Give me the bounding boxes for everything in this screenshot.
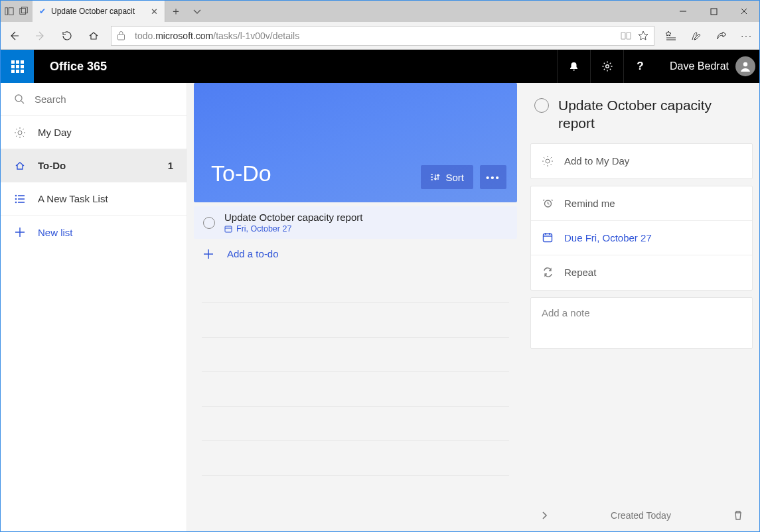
sort-label: Sort xyxy=(445,172,464,183)
list-icon xyxy=(14,193,26,205)
sidebar-item-my-day[interactable]: My Day xyxy=(1,116,187,149)
list-options-button[interactable]: ••• xyxy=(480,165,506,189)
svg-rect-0 xyxy=(5,8,8,15)
sun-icon xyxy=(14,127,26,139)
list-title: To-Do xyxy=(211,161,271,186)
notes-icon[interactable] xyxy=(684,22,709,50)
remind-me-label: Remind me xyxy=(564,198,615,209)
sort-button[interactable]: Sort xyxy=(421,165,473,189)
lock-icon xyxy=(117,31,125,40)
details-panel: Update October capacity report Add to My… xyxy=(524,83,759,531)
user-menu[interactable]: Dave Bedrat xyxy=(656,56,759,76)
repeat-button[interactable]: Repeat xyxy=(531,255,752,290)
note-field[interactable]: Add a note xyxy=(531,298,752,348)
sidebar-item-to-do[interactable]: To-Do 1 xyxy=(1,149,187,182)
avatar xyxy=(735,56,755,76)
empty-row xyxy=(202,338,509,372)
svg-line-12 xyxy=(21,101,24,103)
svg-line-45 xyxy=(544,164,545,165)
help-button[interactable]: ? xyxy=(623,50,656,83)
tabs-preview-icon[interactable] xyxy=(19,7,29,16)
empty-row xyxy=(202,372,509,407)
favorite-icon[interactable] xyxy=(638,31,648,41)
notifications-button[interactable] xyxy=(557,50,590,83)
task-row[interactable]: Update October capacity report Fri, Octo… xyxy=(194,206,517,239)
calendar-icon xyxy=(542,232,554,243)
svg-rect-8 xyxy=(118,34,125,40)
note-placeholder: Add a note xyxy=(542,307,590,318)
sidebar: My Day To-Do 1 A New Task List New list xyxy=(1,83,187,531)
tab-title: Update October capacit xyxy=(51,7,145,16)
sidebar-item-count: 1 xyxy=(168,160,173,171)
svg-point-10 xyxy=(743,62,747,66)
sidebar-item-label: A New Task List xyxy=(38,193,108,204)
new-tab-icon[interactable]: ＋ xyxy=(165,1,187,22)
search-box[interactable] xyxy=(1,83,187,116)
empty-row xyxy=(202,407,509,441)
svg-rect-1 xyxy=(9,8,13,15)
forward-button xyxy=(27,22,54,50)
back-button[interactable] xyxy=(1,22,27,50)
settings-button[interactable] xyxy=(590,50,623,83)
sidebar-item-label: My Day xyxy=(38,127,72,138)
browser-tab[interactable]: ✔ Update October capacit ✕ xyxy=(33,1,165,22)
add-task-button[interactable]: Add a to-do xyxy=(194,239,517,269)
new-list-button[interactable]: New list xyxy=(1,216,187,249)
alarm-icon xyxy=(542,198,554,209)
address-bar[interactable]: todo.microsoft.com/tasks/l-1v00v/details xyxy=(111,26,654,46)
remind-me-button[interactable]: Remind me xyxy=(531,186,752,221)
app-launcher-button[interactable] xyxy=(1,50,34,83)
window-maximize-button[interactable] xyxy=(698,1,729,22)
plus-icon xyxy=(203,249,214,259)
add-to-my-day-button[interactable]: Add to My Day xyxy=(531,144,752,178)
add-task-label: Add a to-do xyxy=(227,248,279,259)
svg-point-13 xyxy=(18,131,22,135)
due-date-button[interactable]: Due Fri, October 27 xyxy=(531,221,752,255)
favorites-list-icon[interactable] xyxy=(658,22,684,50)
url-prefix: todo. xyxy=(135,31,155,41)
window-minimize-button[interactable] xyxy=(668,1,698,22)
new-list-label: New list xyxy=(38,227,73,238)
svg-rect-33 xyxy=(225,226,232,232)
browser-toolbar: todo.microsoft.com/tasks/l-1v00v/details… xyxy=(1,22,759,50)
tabs-expand-icon[interactable] xyxy=(187,1,208,22)
created-label: Created Today xyxy=(549,510,733,521)
empty-row xyxy=(202,269,509,303)
svg-point-23 xyxy=(16,198,17,199)
o365-header: Office 365 ? Dave Bedrat xyxy=(1,50,759,83)
complete-checkbox[interactable] xyxy=(203,217,215,229)
svg-point-22 xyxy=(16,195,17,196)
details-footer: Created Today xyxy=(530,499,753,531)
home-icon xyxy=(14,160,26,172)
reading-view-icon[interactable] xyxy=(621,31,631,40)
svg-point-24 xyxy=(16,202,17,202)
tabs-aside-icon[interactable] xyxy=(5,7,14,16)
tab-favicon-icon: ✔ xyxy=(39,7,46,16)
delete-task-button[interactable] xyxy=(733,510,743,521)
detail-complete-checkbox[interactable] xyxy=(534,98,549,113)
detail-title[interactable]: Update October capacity report xyxy=(558,96,749,133)
empty-row xyxy=(202,441,509,476)
more-icon[interactable]: ··· xyxy=(734,22,759,50)
svg-rect-47 xyxy=(544,234,552,242)
tab-close-icon[interactable]: ✕ xyxy=(151,7,158,17)
url-path: /tasks/l-1v00v/details xyxy=(213,31,299,41)
svg-point-11 xyxy=(15,95,22,101)
repeat-label: Repeat xyxy=(564,267,596,278)
search-input[interactable] xyxy=(35,94,173,105)
svg-point-37 xyxy=(546,159,550,163)
home-button[interactable] xyxy=(80,22,107,50)
sidebar-item-task-list[interactable]: A New Task List xyxy=(1,182,187,216)
add-to-my-day-label: Add to My Day xyxy=(564,155,629,166)
share-icon[interactable] xyxy=(709,22,734,50)
list-header: To-Do Sort ••• xyxy=(194,83,517,202)
window-titlebar: ✔ Update October capacit ✕ ＋ xyxy=(1,1,759,22)
user-name: Dave Bedrat xyxy=(670,60,729,72)
calendar-icon xyxy=(224,225,232,233)
sun-icon xyxy=(542,155,554,167)
svg-line-42 xyxy=(544,157,545,159)
window-close-button[interactable] xyxy=(729,1,759,22)
hide-detail-button[interactable] xyxy=(540,511,549,520)
url-domain: microsoft.com xyxy=(155,31,213,41)
refresh-button[interactable] xyxy=(54,22,80,50)
